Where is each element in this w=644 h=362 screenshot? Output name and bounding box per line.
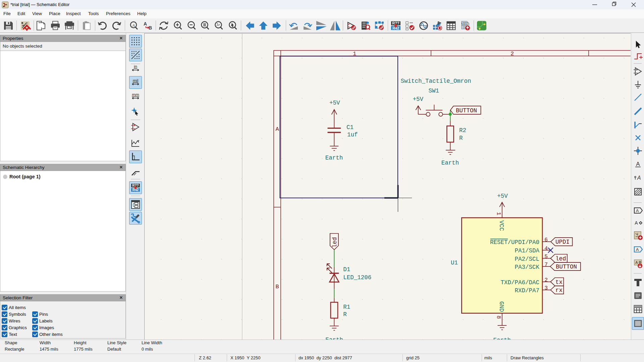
svg-text:mil: mil: [133, 78, 139, 83]
svg-text:A: A: [635, 220, 638, 226]
svg-text:BUTTON: BUTTON: [556, 263, 577, 270]
svg-text:mm: mm: [132, 92, 139, 97]
svg-text:3: 3: [544, 285, 548, 291]
svg-text:A: A: [636, 247, 639, 252]
svg-text:A: A: [637, 175, 641, 181]
svg-text:PA3/SCK: PA3/SCK: [515, 264, 539, 270]
svg-text:in: in: [134, 64, 137, 69]
svg-text:BUTTON: BUTTON: [456, 107, 477, 114]
svg-text:.bom: .bom: [461, 22, 468, 25]
svg-text:Earth: Earth: [325, 155, 343, 161]
svg-text:UPDI: UPDI: [555, 239, 570, 245]
svg-text:Earth: Earth: [493, 337, 511, 340]
svg-text:A: A: [635, 260, 638, 264]
svg-text:R: R: [459, 135, 463, 141]
svg-text:2: 2: [544, 277, 548, 283]
svg-text:Earth: Earth: [441, 160, 459, 166]
svg-text:2: 2: [511, 51, 514, 57]
svg-text:8: 8: [495, 316, 502, 319]
svg-text:5: 5: [544, 253, 548, 260]
svg-text:U1: U1: [451, 259, 458, 266]
svg-text:1: 1: [495, 212, 502, 216]
svg-text:GND: GND: [498, 301, 505, 312]
svg-text:4: 4: [544, 245, 548, 252]
svg-text:TXD/PA6/DAC: TXD/PA6/DAC: [500, 279, 539, 286]
svg-text:1uf: 1uf: [347, 131, 358, 138]
svg-text:led: led: [555, 255, 566, 262]
svg-text:PA1/SDA: PA1/SDA: [515, 247, 539, 254]
svg-text:R2: R2: [459, 127, 466, 134]
svg-text:A: A: [636, 161, 640, 167]
svg-text:rx: rx: [555, 287, 562, 294]
svg-text:led: led: [331, 237, 338, 248]
svg-text:Switch_Tactile_Omron: Switch_Tactile_Omron: [401, 78, 471, 84]
svg-text:B: B: [275, 284, 279, 290]
svg-text:A: A: [636, 208, 639, 213]
svg-text:LED_1206: LED_1206: [343, 274, 371, 281]
svg-text:R: R: [343, 311, 347, 318]
svg-text:tx: tx: [555, 279, 562, 286]
svg-text:+5V: +5V: [329, 100, 340, 106]
svg-text:Earth: Earth: [325, 337, 343, 340]
svg-text:A: A: [275, 126, 279, 132]
svg-text:7: 7: [544, 261, 548, 268]
svg-text:RXD/PA7: RXD/PA7: [515, 287, 539, 294]
svg-text:C1: C1: [346, 124, 354, 131]
svg-text:6: 6: [544, 237, 548, 243]
svg-text:R1: R1: [343, 304, 350, 310]
svg-text:A: A: [132, 23, 135, 28]
svg-text:+5V: +5V: [413, 96, 424, 103]
svg-text:RESET/UPDI/PA0: RESET/UPDI/PA0: [490, 239, 539, 246]
svg-text:SW1: SW1: [429, 87, 439, 94]
svg-text:PA2/SCL: PA2/SCL: [515, 256, 539, 262]
svg-text:A: A: [144, 21, 147, 26]
svg-text:D1: D1: [343, 266, 350, 273]
svg-text:+5V: +5V: [497, 193, 508, 199]
svg-text:VCC: VCC: [498, 221, 505, 231]
